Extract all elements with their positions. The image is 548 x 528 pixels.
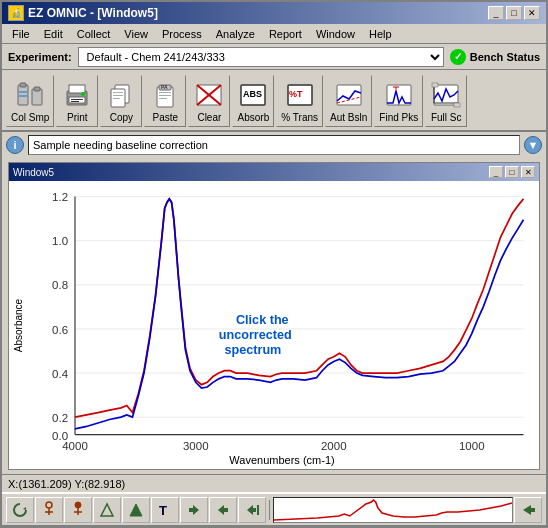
col-smp-button[interactable]: Col Smp <box>6 75 54 127</box>
menu-view[interactable]: View <box>118 27 154 41</box>
print-button[interactable]: Print <box>56 75 98 127</box>
chart-area[interactable]: Absorbance <box>9 181 539 469</box>
chart-maximize-button[interactable]: □ <box>505 166 519 178</box>
copy-icon <box>105 80 137 110</box>
svg-rect-15 <box>113 95 123 96</box>
menu-edit[interactable]: Edit <box>38 27 69 41</box>
left-arrow-button[interactable] <box>180 497 208 523</box>
bench-status-label: Bench Status <box>470 51 540 63</box>
y-axis-label: Absorbance <box>14 298 25 351</box>
absorb-label: Absorb <box>238 112 270 123</box>
svg-text:0.8: 0.8 <box>52 279 68 291</box>
svg-text:T: T <box>159 503 167 518</box>
paste-button[interactable]: PA Paste <box>144 75 186 127</box>
aut-bsln-button[interactable]: Aut Bsln <box>325 75 372 127</box>
pct-trans-label: % Trans <box>281 112 318 123</box>
title-bar-left: 🔬 EZ OMNIC - [Window5] <box>8 5 158 21</box>
experiment-dropdown[interactable]: Default - Chem 241/243/333 <box>78 47 444 67</box>
svg-rect-9 <box>71 99 83 100</box>
chart-close-button[interactable]: ✕ <box>521 166 535 178</box>
svg-text:PA: PA <box>161 84 168 90</box>
text-tool-button[interactable]: T <box>151 497 179 523</box>
absorb-button[interactable]: ABS Absorb <box>232 75 274 127</box>
find-pks-button[interactable]: Find Pks <box>374 75 423 127</box>
menu-file[interactable]: File <box>6 27 36 41</box>
svg-rect-1 <box>20 83 26 87</box>
chart-minimize-button[interactable]: _ <box>489 166 503 178</box>
svg-rect-3 <box>34 87 40 91</box>
title-controls[interactable]: _ □ ✕ <box>488 6 540 20</box>
triangle1-tool-button[interactable] <box>93 497 121 523</box>
copy-button[interactable]: Copy <box>100 75 142 127</box>
main-window: 🔬 EZ OMNIC - [Window5] _ □ ✕ File Edit C… <box>0 0 548 528</box>
left-arrow-icon <box>185 501 203 519</box>
svg-rect-7 <box>69 85 85 93</box>
menu-collect[interactable]: Collect <box>71 27 117 41</box>
svg-text:0.6: 0.6 <box>52 324 68 336</box>
svg-rect-21 <box>159 98 167 99</box>
aut-bsln-label: Aut Bsln <box>330 112 367 123</box>
info-bar: i Sample needing baseline correction ▼ <box>2 132 546 158</box>
svg-rect-5 <box>19 95 27 97</box>
app-icon: 🔬 <box>8 5 24 21</box>
svg-text:uncorrected: uncorrected <box>219 328 292 342</box>
bottom-toolbar: T <box>2 492 546 526</box>
chart-panel[interactable]: Window5 _ □ ✕ Absorbance <box>8 162 540 470</box>
coordinates-bar: X:(1361.209) Y:(82.918) <box>2 474 546 492</box>
svg-marker-68 <box>101 504 113 516</box>
anchor1-tool-button[interactable] <box>35 497 63 523</box>
menu-analyze[interactable]: Analyze <box>210 27 261 41</box>
svg-rect-74 <box>257 505 259 515</box>
svg-marker-76 <box>523 505 535 515</box>
right-arrow-icon <box>214 501 232 519</box>
svg-rect-19 <box>159 92 171 93</box>
rotate-tool-button[interactable] <box>6 497 34 523</box>
clear-icon <box>193 80 225 110</box>
svg-text:0.4: 0.4 <box>52 368 69 380</box>
find-pks-label: Find Pks <box>379 112 418 123</box>
anchor1-icon <box>40 501 58 519</box>
svg-text:4000: 4000 <box>62 440 88 452</box>
minimize-button[interactable]: _ <box>488 6 504 20</box>
info-prev-button[interactable]: i <box>6 136 24 154</box>
chart-title-bar: Window5 _ □ ✕ <box>9 163 539 181</box>
svg-text:spectrum: spectrum <box>225 343 282 357</box>
coordinates-text: X:(1361.209) Y:(82.918) <box>8 478 125 490</box>
svg-rect-16 <box>113 98 120 99</box>
end-icon <box>243 501 261 519</box>
mini-chart[interactable] <box>273 497 513 523</box>
menu-report[interactable]: Report <box>263 27 308 41</box>
bench-status-icon: ✓ <box>450 49 466 65</box>
clear-button[interactable]: Clear <box>188 75 230 127</box>
info-next-button[interactable]: ▼ <box>524 136 542 154</box>
right-arrow-button[interactable] <box>209 497 237 523</box>
menu-help[interactable]: Help <box>363 27 398 41</box>
paste-label: Paste <box>153 112 179 123</box>
toolbar-separator <box>269 500 270 520</box>
bench-status: ✓ Bench Status <box>450 49 540 65</box>
print-icon <box>61 80 93 110</box>
full-sc-label: Full Sc <box>431 112 462 123</box>
pct-trans-button[interactable]: %T % Trans <box>276 75 323 127</box>
full-sc-button[interactable]: Full Sc <box>425 75 467 127</box>
menu-process[interactable]: Process <box>156 27 208 41</box>
x-axis-label: Wavenumbers (cm-1) <box>29 452 535 469</box>
navigate-right-button[interactable] <box>514 497 542 523</box>
pct-trans-icon: %T <box>284 80 316 110</box>
end-tool-button[interactable] <box>238 497 266 523</box>
svg-text:%T: %T <box>289 89 303 99</box>
svg-rect-10 <box>71 101 79 102</box>
triangle2-tool-button[interactable] <box>122 497 150 523</box>
svg-rect-30 <box>337 85 361 105</box>
svg-text:1.0: 1.0 <box>52 235 68 247</box>
menu-window[interactable]: Window <box>310 27 361 41</box>
anchor2-tool-button[interactable] <box>64 497 92 523</box>
close-button[interactable]: ✕ <box>524 6 540 20</box>
triangle1-icon <box>98 501 116 519</box>
svg-text:2000: 2000 <box>321 440 347 452</box>
sample-name-display: Sample needing baseline correction <box>28 135 520 155</box>
maximize-button[interactable]: □ <box>506 6 522 20</box>
svg-rect-36 <box>432 83 438 87</box>
spectrum-chart[interactable]: 1.2 1.0 0.8 0.6 0.4 0.2 0.0 4000 3000 20… <box>29 185 535 452</box>
svg-marker-73 <box>247 505 256 515</box>
